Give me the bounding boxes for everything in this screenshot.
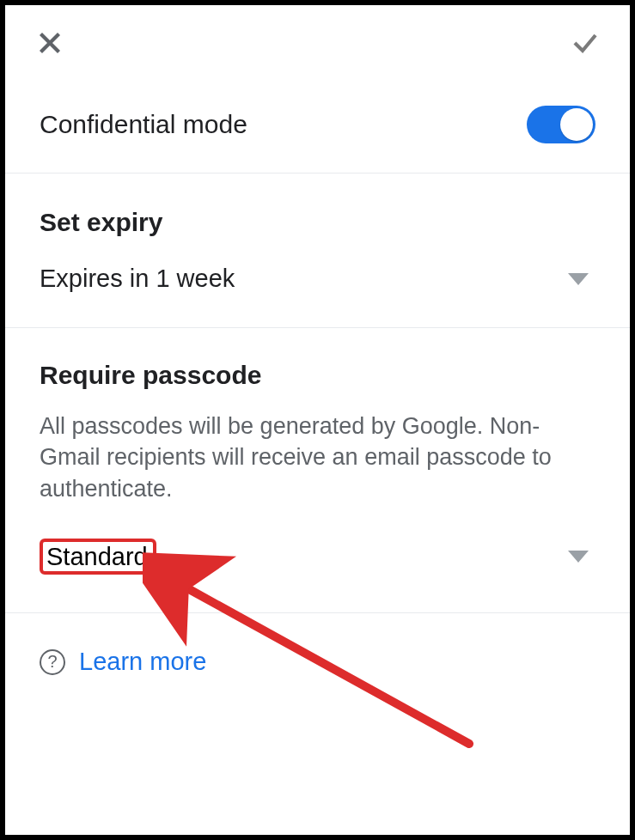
passcode-value: Standard xyxy=(40,539,156,575)
set-expiry-title: Set expiry xyxy=(40,208,595,237)
close-button[interactable] xyxy=(31,24,69,64)
learn-more-link[interactable]: Learn more xyxy=(79,648,206,676)
help-icon: ? xyxy=(40,649,65,675)
chevron-down-icon xyxy=(568,551,589,563)
passcode-dropdown[interactable]: Standard xyxy=(40,539,595,612)
expiry-value: Expires in 1 week xyxy=(40,265,235,293)
confirm-button[interactable] xyxy=(566,24,604,64)
expiry-dropdown[interactable]: Expires in 1 week xyxy=(40,265,595,327)
confidential-mode-label: Confidential mode xyxy=(40,110,247,139)
passcode-description: All passcodes will be generated by Googl… xyxy=(40,411,595,504)
learn-more-row: ? Learn more xyxy=(5,613,630,710)
confidential-mode-row: Confidential mode xyxy=(5,73,630,173)
check-icon xyxy=(570,27,601,58)
require-passcode-section: Require passcode All passcodes will be g… xyxy=(5,328,630,613)
confidential-mode-settings: Confidential mode Set expiry Expires in … xyxy=(0,0,635,840)
header-bar xyxy=(5,5,630,73)
confidential-mode-toggle[interactable] xyxy=(527,106,595,143)
toggle-knob xyxy=(560,108,593,141)
close-icon xyxy=(34,27,65,58)
set-expiry-section: Set expiry Expires in 1 week xyxy=(5,173,630,328)
require-passcode-title: Require passcode xyxy=(40,361,595,390)
chevron-down-icon xyxy=(568,273,589,285)
